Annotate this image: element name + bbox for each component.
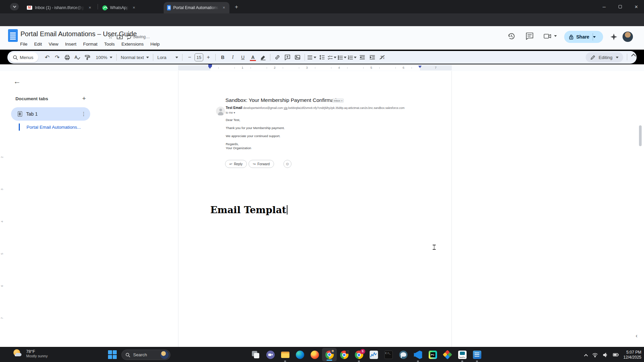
menu-extensions[interactable]: Extensions [119, 41, 146, 48]
numbered-list-caret-icon [354, 57, 357, 58]
highlight-color-button[interactable] [259, 53, 267, 62]
font-select[interactable]: Lora [155, 55, 180, 60]
taskbar-clock[interactable]: 5:07 PM 12/4/2025 [624, 350, 641, 360]
menu-view[interactable]: View [46, 41, 61, 48]
scrollbar-thumb[interactable] [639, 125, 642, 146]
document-tab-item-selected[interactable]: Tab 1 ⋮ [11, 107, 90, 121]
share-caret-icon[interactable] [593, 36, 596, 38]
account-avatar[interactable] [623, 32, 633, 42]
firefox-icon[interactable] [307, 347, 322, 362]
underline-button[interactable]: U [238, 53, 247, 62]
chrome-active-icon[interactable] [322, 348, 337, 361]
bulleted-list-button[interactable] [338, 53, 346, 62]
insert-image-icon[interactable] [293, 53, 302, 62]
google-docs-logo[interactable] [8, 29, 18, 42]
text-color-button[interactable]: A [249, 53, 257, 62]
outline-item[interactable]: Portal Email Automations... [19, 123, 81, 131]
gemini-sparkle-icon[interactable] [610, 33, 618, 41]
ruler-number: 2 [273, 66, 277, 69]
chat-app-icon[interactable] [263, 347, 278, 362]
undo-icon[interactable]: ↶ [43, 53, 52, 62]
docs-menubar: File Edit View Insert Format Tools Exten… [17, 41, 162, 48]
battery-icon[interactable] [613, 353, 619, 357]
increase-font-size-button[interactable]: + [204, 53, 213, 62]
vscode-icon[interactable] [411, 347, 425, 362]
clear-formatting-icon[interactable]: Tx [378, 53, 387, 62]
move-to-folder-icon[interactable] [117, 34, 123, 40]
print-icon[interactable] [63, 53, 72, 62]
browser-tab-docs-active[interactable]: Portal Email Automations – Use × [164, 2, 229, 13]
version-history-icon[interactable] [507, 32, 516, 41]
chevron-left-icon[interactable]: ‹ [636, 333, 638, 339]
weather-widget[interactable]: 78°F Mostly sunny [13, 349, 48, 359]
new-tab-button[interactable]: + [233, 3, 240, 11]
chrome-profile2-icon[interactable] [337, 347, 352, 362]
menu-format[interactable]: Format [80, 41, 100, 48]
horizontal-ruler[interactable]: 1 2 3 4 5 6 7 [0, 64, 644, 71]
video-call-caret-icon[interactable] [554, 35, 557, 37]
document-page[interactable]: Sandbox: Your Membership Payment Confirm… [178, 71, 452, 347]
volume-icon[interactable] [603, 353, 608, 357]
insert-link-icon[interactable] [273, 53, 282, 62]
increase-indent-icon[interactable] [368, 53, 377, 62]
redo-icon[interactable]: ↷ [53, 53, 62, 62]
browser-tab-gmail[interactable]: Inbox (1) - ishann.tforce@gmai × [23, 2, 97, 13]
decrease-indent-icon[interactable] [358, 53, 367, 62]
wifi-icon[interactable] [592, 353, 598, 357]
tab-options-kebab-icon[interactable]: ⋮ [81, 111, 86, 117]
menu-insert[interactable]: Insert [62, 41, 79, 48]
mode-label: Editing [599, 55, 612, 60]
doc-heading-text[interactable]: Email Templat [210, 204, 287, 216]
window-minimize-button[interactable]: ─ [596, 0, 612, 13]
back-arrow-icon[interactable]: ← [13, 77, 21, 86]
cmd-terminal-icon[interactable]: C:\_ [381, 347, 396, 362]
font-size-input[interactable]: 15 [195, 53, 203, 61]
chrome-profile3-icon[interactable]: S [352, 347, 366, 362]
writer-doc-icon[interactable] [470, 347, 484, 362]
colored-diamond-app-icon[interactable] [440, 347, 455, 362]
task-view-icon[interactable] [248, 347, 263, 362]
comments-icon[interactable] [525, 32, 534, 41]
spellcheck-icon[interactable]: A [73, 53, 82, 62]
star-document-icon[interactable]: ☆ [108, 34, 113, 40]
checklist-button[interactable] [328, 53, 336, 62]
menu-tools[interactable]: Tools [102, 41, 118, 48]
pycharm-icon[interactable] [425, 347, 440, 362]
add-comment-icon[interactable] [283, 53, 292, 62]
zoom-select[interactable]: 100% [94, 55, 115, 60]
tab-close-icon[interactable]: × [222, 5, 226, 10]
line-spacing-icon[interactable] [318, 53, 326, 62]
taskbar-search-box[interactable]: Search [121, 350, 170, 360]
left-indent-marker[interactable] [208, 64, 212, 67]
outline-item-label: Portal Email Automations... [26, 125, 81, 130]
tab-close-icon[interactable]: × [131, 5, 137, 10]
browser-tab-whatsapp[interactable]: WhatsApp × [99, 2, 163, 13]
start-button[interactable] [108, 350, 117, 359]
menu-help[interactable]: Help [148, 41, 162, 48]
file-explorer-icon[interactable] [278, 347, 292, 362]
menu-file[interactable]: File [17, 41, 30, 48]
paint-format-icon[interactable] [83, 53, 92, 62]
numbered-list-button[interactable] [348, 53, 357, 62]
menu-edit[interactable]: Edit [32, 41, 45, 48]
decrease-font-size-button[interactable]: − [185, 53, 194, 62]
italic-button[interactable]: I [228, 53, 237, 62]
hidden-icons-chevron-icon[interactable] [584, 354, 588, 358]
add-tab-button[interactable]: + [82, 95, 86, 102]
paragraph-style-select[interactable]: Normal text [119, 55, 151, 60]
task-manager-icon[interactable] [366, 347, 381, 362]
video-call-icon[interactable] [543, 32, 552, 41]
align-button[interactable] [308, 53, 316, 62]
menus-search-button[interactable]: Menus [9, 52, 38, 62]
share-button[interactable]: Share [564, 31, 603, 43]
tab-search-button[interactable] [10, 3, 19, 10]
editing-mode-select[interactable]: Editing [586, 52, 623, 62]
tab-close-icon[interactable]: × [87, 5, 93, 10]
taskpro-icon[interactable]: TaskPro [455, 347, 470, 362]
window-maximize-button[interactable] [612, 0, 628, 13]
right-indent-marker[interactable] [418, 66, 422, 68]
bold-button[interactable]: B [218, 53, 227, 62]
postgresql-icon[interactable] [396, 347, 411, 362]
window-close-button[interactable]: ✕ [629, 0, 644, 13]
edge-icon[interactable] [292, 347, 307, 362]
